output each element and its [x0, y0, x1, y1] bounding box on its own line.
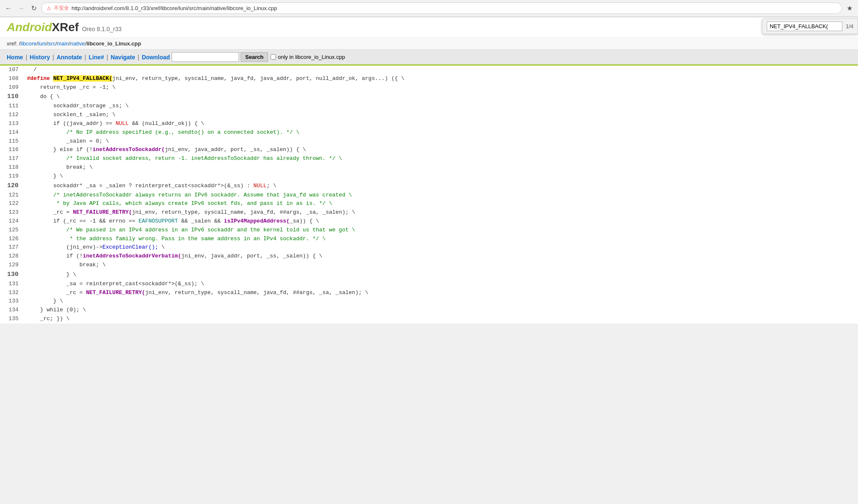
line-content-122: * by Java API calls, which always create… [25, 199, 858, 208]
code-line-124: 124 if (_rc == -1 && errno == EAFNOSUPPO… [0, 217, 858, 226]
line-content-109: return_type _rc = -1; \ [25, 83, 858, 92]
browser-toolbar: ← → ↻ ⚠ 不安全 ★ [0, 0, 858, 17]
line-content-127: (jni_env)->ExceptionClear(); \ [25, 243, 858, 252]
search-button[interactable]: Search [241, 52, 268, 62]
line-content-114: /* No IP address specified (e.g., sendto… [25, 128, 858, 137]
line-num-130[interactable]: 130 [0, 270, 25, 280]
breadcrumb-link-main[interactable]: main [57, 40, 69, 47]
line-content-110: do { \ [25, 93, 858, 101]
nav-download[interactable]: Download [142, 54, 170, 61]
line-content-112: socklen_t _salen; \ [25, 111, 858, 119]
nav-navigate[interactable]: Navigate [111, 54, 135, 61]
line-content-134: } while (0); \ [25, 306, 858, 315]
forward-button[interactable]: → [16, 3, 26, 13]
code-line-130: 130 } \ [0, 270, 858, 280]
line-num-108[interactable]: 108 [0, 74, 25, 83]
line-content-131: _sa = reinterpret_cast<sockaddr*>(&_ss);… [25, 280, 858, 289]
find-bar: 1/4 [762, 19, 858, 34]
code-line-117: 117 /* Invalid socket address, return -1… [0, 154, 858, 163]
back-button[interactable]: ← [3, 3, 13, 13]
line-content-108: #define NET_IPV4_FALLBACK(jni_env, retur… [25, 74, 858, 83]
line-num-109[interactable]: 109 [0, 83, 25, 92]
line-num-129[interactable]: 129 [0, 261, 25, 270]
code-line-128: 128 if (!inetAddressToSockaddrVerbatim(j… [0, 252, 858, 261]
breadcrumb-link-src[interactable]: src [48, 40, 55, 47]
code-line-111: 111 sockaddr_storage _ss; \ [0, 102, 858, 111]
line-num-131[interactable]: 131 [0, 280, 25, 289]
browser-chrome: ← → ↻ ⚠ 不安全 ★ [0, 0, 858, 17]
line-num-107[interactable]: 107 [0, 66, 25, 74]
search-input[interactable] [172, 52, 239, 62]
address-bar: ⚠ 不安全 [41, 3, 842, 14]
line-num-121[interactable]: 121 [0, 191, 25, 200]
code-line-116: 116 } else if (!inetAddressToSockaddr(jn… [0, 146, 858, 154]
line-num-111[interactable]: 111 [0, 102, 25, 111]
code-line-108: 108 #define NET_IPV4_FALLBACK(jni_env, r… [0, 74, 858, 83]
nav-history[interactable]: History [30, 54, 50, 61]
line-num-110[interactable]: 110 [0, 92, 25, 102]
logo-xref: XRef [52, 21, 79, 34]
bookmark-button[interactable]: ★ [845, 3, 855, 13]
line-num-115[interactable]: 115 [0, 137, 25, 146]
logo-version: Oreo 8.1.0_r33 [82, 26, 122, 32]
nav-home[interactable]: Home [7, 54, 23, 61]
nav-bar: Home | History | Annotate | Line# | Navi… [0, 50, 858, 66]
code-line-131: 131 _sa = reinterpret_cast<sockaddr*>(&_… [0, 280, 858, 289]
reload-button[interactable]: ↻ [29, 3, 39, 13]
line-num-120[interactable]: 120 [0, 181, 25, 191]
breadcrumb-link-luni[interactable]: luni [38, 40, 46, 47]
line-content-124: if (_rc == -1 && errno == EAFNOSUPPORT &… [25, 217, 858, 226]
line-num-133[interactable]: 133 [0, 297, 25, 306]
line-num-127[interactable]: 127 [0, 243, 25, 252]
line-content-111: sockaddr_storage _ss; \ [25, 102, 858, 111]
line-num-128[interactable]: 128 [0, 252, 25, 261]
code-line-112: 112 socklen_t _salen; \ [0, 111, 858, 119]
line-content-107: / [25, 66, 858, 74]
breadcrumb-link-native[interactable]: native [70, 40, 85, 47]
line-num-126[interactable]: 126 [0, 235, 25, 244]
line-num-125[interactable]: 125 [0, 226, 25, 235]
nav-annotate[interactable]: Annotate [56, 54, 82, 61]
site-logo: AndroidXRef Oreo 8.1.0_r33 [7, 21, 122, 34]
breadcrumb-prefix: xref: / [7, 40, 21, 47]
code-line-115: 115 _salen = 0; \ [0, 137, 858, 146]
line-num-124[interactable]: 124 [0, 217, 25, 226]
line-content-113: if ((java_addr) == NULL && (null_addr_ok… [25, 119, 858, 128]
line-num-114[interactable]: 114 [0, 128, 25, 137]
url-input[interactable] [72, 5, 837, 11]
line-num-112[interactable]: 112 [0, 111, 25, 119]
line-num-122[interactable]: 122 [0, 199, 25, 208]
line-num-134[interactable]: 134 [0, 306, 25, 315]
line-content-115: _salen = 0; \ [25, 137, 858, 146]
line-content-118: break; \ [25, 163, 858, 172]
line-content-132: _rc = NET_FAILURE_RETRY(jni_env, return_… [25, 289, 858, 297]
security-icon: ⚠ [47, 5, 51, 11]
line-num-113[interactable]: 113 [0, 119, 25, 128]
security-label: 不安全 [54, 5, 69, 12]
line-content-135: _rc; }) \ [25, 315, 858, 324]
line-num-117[interactable]: 117 [0, 154, 25, 163]
line-num-132[interactable]: 132 [0, 289, 25, 297]
line-content-119: } \ [25, 172, 858, 181]
line-content-116: } else if (!inetAddressToSockaddr(jni_en… [25, 146, 858, 154]
line-num-119[interactable]: 119 [0, 172, 25, 181]
line-content-125: /* We passed in an IPv4 address in an IP… [25, 226, 858, 235]
find-input[interactable] [767, 21, 842, 31]
line-num-118[interactable]: 118 [0, 163, 25, 172]
line-content-130: } \ [25, 271, 858, 279]
line-num-116[interactable]: 116 [0, 146, 25, 154]
line-content-120: sockaddr* _sa = _salen ? reinterpret_cas… [25, 182, 858, 191]
nav-line[interactable]: Line# [89, 54, 104, 61]
code-line-107: 107 / [0, 66, 858, 74]
line-content-123: _rc = NET_FAILURE_RETRY(jni_env, return_… [25, 208, 858, 217]
code-line-118: 118 break; \ [0, 163, 858, 172]
line-num-135[interactable]: 135 [0, 315, 25, 324]
line-content-126: * the address family wrong. Pass in the … [25, 235, 858, 244]
only-in-file-label[interactable]: only in libcore_io_Linux.cpp [271, 54, 345, 60]
code-line-127: 127 (jni_env)->ExceptionClear(); \ [0, 243, 858, 252]
breadcrumb-link-libcore[interactable]: libcore [21, 40, 37, 47]
code-line-132: 132 _rc = NET_FAILURE_RETRY(jni_env, ret… [0, 289, 858, 297]
line-num-123[interactable]: 123 [0, 208, 25, 217]
only-in-file-checkbox[interactable] [271, 54, 276, 60]
code-line-121: 121 /* inetAddressToSockaddr always retu… [0, 191, 858, 200]
